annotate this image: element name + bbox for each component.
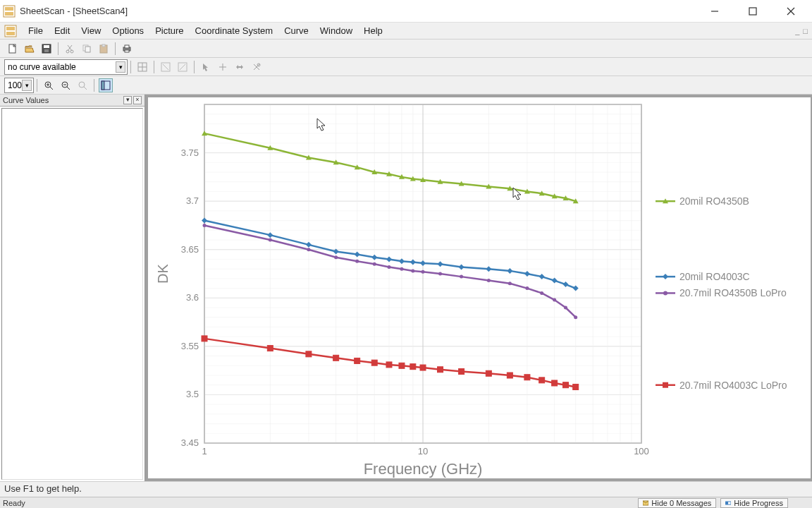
menu-options[interactable]: Options [106,24,149,37]
toggle-panel-button[interactable] [99,78,113,92]
menu-coordinate-system[interactable]: Coordinate System [190,24,279,37]
cut-button[interactable] [63,42,77,56]
svg-rect-160 [486,370,491,376]
svg-text:1: 1 [202,446,207,456]
svg-rect-166 [573,384,579,389]
new-button[interactable] [6,42,20,56]
svg-line-38 [50,87,53,90]
svg-text:10: 10 [418,446,428,456]
menu-view[interactable]: View [75,24,106,37]
svg-rect-151 [333,355,339,361]
svg-text:20.7mil RO4003C LoPro: 20.7mil RO4003C LoPro [679,380,787,391]
curve-selector[interactable]: no curve available ▾ [4,59,128,75]
hide-progress-button[interactable]: Hide Progress [720,498,788,508]
save-button[interactable] [39,42,54,56]
menu-window[interactable]: Window [314,24,358,37]
svg-point-137 [460,275,463,279]
svg-point-130 [355,260,359,263]
print-button[interactable] [120,42,134,56]
hide-messages-button[interactable]: Hide 0 Messages [638,498,716,508]
menu-curve[interactable]: Curve [278,24,314,37]
copy-button[interactable] [80,42,94,56]
svg-point-146 [663,291,668,295]
maximize-button[interactable] [740,4,765,19]
svg-rect-163 [539,377,545,383]
svg-rect-154 [386,362,392,368]
svg-point-141 [540,291,543,295]
status-bar: Ready Hide 0 Messages Hide Progress [0,497,812,508]
toolbar-zoom: 100 ▾ [0,76,812,95]
svg-rect-12 [44,45,49,48]
svg-rect-152 [355,358,360,363]
svg-point-126 [203,224,207,227]
app-icon [3,5,16,18]
toolbar-curve: no curve available ▾ [0,58,812,76]
add-point-tool[interactable] [216,60,230,74]
minimize-button[interactable] [702,4,727,19]
svg-line-45 [84,87,87,90]
toolbar-standard [0,40,812,58]
svg-rect-158 [438,367,443,373]
svg-point-144 [574,315,577,319]
zoom-out-button[interactable] [59,78,73,92]
svg-line-29 [163,64,168,70]
canvas-area[interactable]: 3.453.53.553.63.653.73.7511010020mil RO4… [145,95,812,481]
chevron-down-icon: ▾ [116,61,125,73]
delete-point-tool[interactable] [250,60,264,74]
side-panel-header: Curve Values ▾ × [0,95,144,107]
side-panel-title: Curve Values [3,96,49,104]
paste-button[interactable] [97,42,111,56]
svg-text:3.6: 3.6 [186,292,199,303]
svg-rect-13 [44,49,49,52]
open-button[interactable] [23,42,37,56]
svg-point-128 [307,248,310,251]
hint-text: Use F1 to get help. [4,483,82,494]
discard-button[interactable] [159,60,173,74]
svg-rect-159 [459,369,465,375]
envelope-icon [643,500,648,506]
menu-edit[interactable]: Edit [49,24,75,37]
svg-text:3.45: 3.45 [181,437,199,448]
svg-rect-156 [410,364,416,370]
move-point-tool[interactable] [233,60,247,74]
svg-rect-162 [524,375,530,380]
app-icon-small [4,25,17,37]
svg-text:3.5: 3.5 [186,389,199,399]
hint-bar: Use F1 to get help. [0,481,812,497]
zoom-value: 100 [8,80,22,90]
svg-point-136 [438,272,442,276]
accept-button[interactable] [176,60,190,74]
panel-pin-button[interactable]: ▾ [123,96,132,104]
zoom-in-button[interactable] [42,78,56,92]
curve-values-list[interactable] [1,108,143,480]
menu-help[interactable]: Help [358,24,388,37]
svg-point-129 [334,255,338,259]
mdi-minimize-icon[interactable]: _ [795,27,799,35]
svg-rect-161 [507,373,512,378]
svg-rect-165 [562,382,568,388]
svg-point-135 [422,270,425,274]
svg-line-42 [67,87,70,90]
svg-text:20mil RO4350B: 20mil RO4350B [679,195,749,207]
svg-rect-19 [85,47,90,52]
svg-text:3.65: 3.65 [181,244,199,255]
menu-file[interactable]: File [23,24,49,37]
svg-rect-168 [663,382,668,388]
curve-selector-value: no curve available [8,62,76,72]
close-button[interactable] [778,4,804,19]
zoom-selector[interactable]: 100 ▾ [4,78,34,93]
mdi-restore-icon[interactable]: □ [801,27,808,35]
panel-close-button[interactable]: × [133,96,142,104]
menu-bar: File Edit View Options Picture Coordinat… [0,23,812,40]
grid-button[interactable] [135,60,149,74]
svg-point-138 [487,279,491,282]
hide-messages-label: Hide 0 Messages [651,499,711,507]
zoom-fit-button[interactable] [75,78,90,92]
svg-point-131 [373,262,376,266]
svg-point-139 [508,282,512,285]
title-bar: SheetScan - [SheetScan4] [0,0,812,23]
svg-point-140 [525,286,529,290]
pointer-tool[interactable] [199,60,213,74]
svg-rect-174 [725,502,728,504]
menu-picture[interactable]: Picture [149,24,189,37]
